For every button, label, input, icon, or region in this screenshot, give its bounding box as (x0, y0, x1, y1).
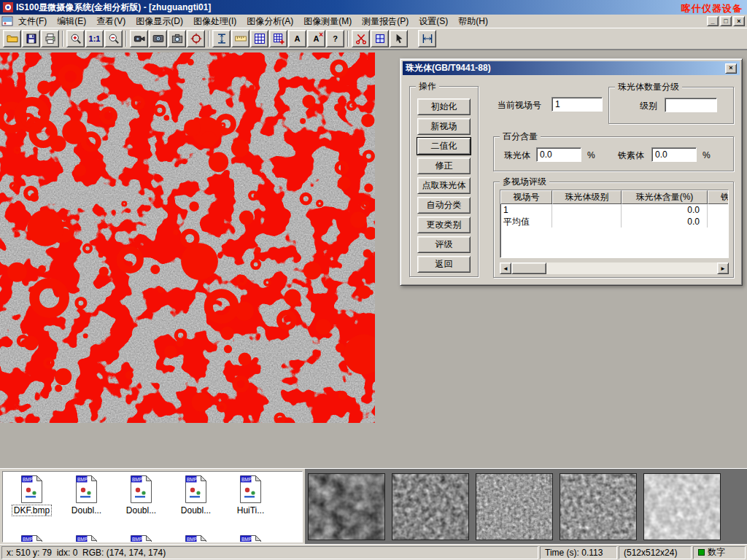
table-hscrollbar[interactable]: ◄ ► (500, 262, 729, 274)
dialog-close-button[interactable]: × (725, 63, 737, 74)
rate-button[interactable]: 评级 (417, 236, 471, 253)
header-ferrite[interactable]: 铁素 (708, 190, 729, 204)
menu-image-measure[interactable]: 图像测量(M) (298, 14, 357, 29)
thumbnail-3[interactable] (476, 473, 553, 540)
pearlite-percent-input[interactable] (536, 147, 581, 162)
return-button[interactable]: 返回 (417, 256, 471, 273)
app-icon (3, 2, 13, 12)
svg-text:BMP: BMP (132, 537, 142, 542)
scroll-right-button[interactable]: ► (717, 262, 729, 274)
file-item-partial[interactable]: BMP (114, 534, 169, 542)
pearlite-label: 珠光体 (504, 150, 530, 160)
text-annotation-button-glyph: A (295, 34, 301, 43)
file-item[interactable]: BMPDoubl... (59, 475, 114, 516)
grade-input[interactable] (665, 98, 717, 112)
file-item-partial[interactable]: BMP (4, 534, 59, 542)
percent-group: 百分含量 珠光体 % 铁素体 % (493, 136, 734, 171)
file-item-partial[interactable]: BMP (169, 534, 223, 542)
scroll-left-button[interactable]: ◄ (500, 262, 511, 274)
thumbnail-5[interactable] (643, 473, 721, 540)
auto-classify-button[interactable]: 自动分类 (417, 197, 471, 214)
percent-legend: 百分含量 (500, 131, 541, 142)
snapshot-button[interactable] (168, 30, 186, 47)
table-row[interactable]: 1 0.0 (500, 204, 728, 216)
ruler-icon (235, 33, 247, 44)
header-pearlite-grade[interactable]: 珠光体级别 (552, 190, 622, 204)
camera-button[interactable] (130, 30, 148, 47)
svg-text:BMP: BMP (77, 537, 88, 542)
caliper-v-icon (422, 33, 433, 44)
grid-plus-icon (273, 33, 285, 44)
specimen-image[interactable] (0, 52, 375, 423)
file-item[interactable]: BMPDKF.bmp (4, 475, 59, 516)
digital-indicator-icon (698, 549, 705, 556)
print-button[interactable] (41, 30, 59, 47)
video-button[interactable] (149, 30, 167, 47)
change-class-button[interactable]: 更改类别 (417, 217, 471, 233)
zoom-in-button[interactable] (66, 30, 85, 47)
table-row[interactable]: 平均值 0.0 (500, 216, 728, 228)
grid-small-button[interactable] (371, 30, 389, 47)
menu-file[interactable]: 文件(F) (13, 14, 52, 29)
file-browser: BMPDKF.bmpBMPDoubl...BMPDoubl...BMPDoubl… (2, 471, 303, 542)
text-annotation-button[interactable]: A (288, 30, 306, 47)
menu-edit[interactable]: 编辑(E) (52, 14, 91, 29)
scroll-thumb[interactable] (511, 262, 546, 274)
menu-image-display[interactable]: 图像显示(D) (131, 14, 188, 29)
current-field-input[interactable] (551, 97, 603, 112)
menu-report[interactable]: 测量报告(P) (357, 14, 414, 29)
open-button[interactable] (3, 30, 21, 47)
thumbnail-strip (305, 469, 747, 544)
scissors-icon (355, 33, 367, 44)
zoom-out-button[interactable] (104, 30, 123, 47)
init-button[interactable]: 初始化 (417, 98, 471, 115)
caliper-button[interactable] (212, 30, 231, 47)
grid-count-button[interactable] (250, 30, 268, 47)
grid-add-button[interactable] (269, 30, 287, 47)
file-item-partial[interactable]: BMP (223, 534, 278, 542)
titlebar[interactable]: IS100显微摄像系统(金相分析版) - [zhuguangti01] 喀什仪器… (0, 0, 747, 15)
gallery-panel: BMPDKF.bmpBMPDoubl...BMPDoubl...BMPDoubl… (0, 468, 747, 544)
header-field-no[interactable]: 视场号 (500, 190, 552, 204)
pick-pearlite-button[interactable]: 点取珠光体 (417, 177, 471, 194)
menu-help[interactable]: 帮助(H) (453, 14, 493, 29)
file-item-partial[interactable]: BMP (59, 534, 114, 542)
correct-button[interactable]: 修正 (417, 158, 471, 174)
thumbnail-1[interactable] (308, 473, 385, 540)
ruler-button[interactable] (231, 30, 249, 47)
help-button[interactable]: ? (326, 30, 344, 47)
operations-group: 操作 初始化 新视场 二值化 修正 点取珠光体 自动分类 更改类别 评级 返回 (409, 86, 479, 277)
caliper-tool-button[interactable] (418, 30, 436, 47)
svg-text:BMP: BMP (77, 477, 88, 482)
cut-button[interactable] (352, 30, 370, 47)
thumbnail-4[interactable] (560, 473, 637, 540)
delete-annotation-button[interactable]: A× (307, 30, 325, 47)
target-button[interactable] (187, 30, 205, 47)
header-pearlite-content[interactable]: 珠光体含量(%) (622, 190, 708, 204)
child-window-controls: _ □ × (707, 16, 747, 26)
file-item[interactable]: BMPHuiTi... (223, 475, 278, 516)
ferrite-percent-input[interactable] (651, 147, 697, 162)
menu-image-analysis[interactable]: 图像分析(A) (241, 14, 298, 29)
close-button[interactable]: × (733, 16, 745, 26)
file-item[interactable]: BMPDoubl... (114, 475, 169, 516)
binarize-button[interactable]: 二值化 (417, 138, 471, 155)
workspace: 珠光体(GB/T9441-88) × 操作 初始化 新视场 二值化 修正 点取珠… (0, 50, 747, 468)
save-button[interactable] (22, 30, 40, 47)
minimize-button[interactable]: _ (707, 16, 719, 26)
grade-legend: 珠光体数量分级 (615, 82, 682, 93)
file-item[interactable]: BMPDoubl... (169, 475, 223, 516)
toolbar-sep (62, 31, 63, 47)
bmp-file-icon: BMP (184, 475, 208, 504)
thumbnail-2[interactable] (392, 473, 469, 540)
new-field-button[interactable]: 新视场 (417, 118, 471, 135)
scroll-track[interactable] (511, 262, 717, 274)
actual-size-button[interactable]: 1:1 (85, 30, 104, 47)
restore-button[interactable]: □ (720, 16, 732, 26)
menu-image-process[interactable]: 图像处理(I) (188, 14, 241, 29)
menu-view[interactable]: 查看(V) (91, 14, 131, 29)
dialog-titlebar[interactable]: 珠光体(GB/T9441-88) × (403, 61, 740, 75)
grade-label: 级别 (640, 101, 657, 111)
pointer-button[interactable] (390, 30, 408, 47)
menu-settings[interactable]: 设置(S) (414, 14, 453, 29)
